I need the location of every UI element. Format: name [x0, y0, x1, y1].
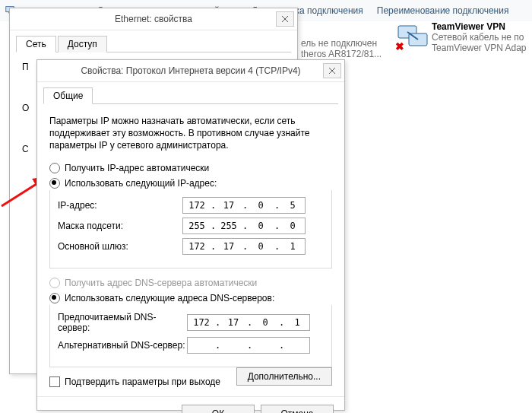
tab-access[interactable]: Доступ — [58, 36, 107, 52]
dns2-o4[interactable] — [283, 339, 311, 351]
dns2-o2[interactable] — [220, 339, 247, 351]
disconnected-x-icon: ✖ — [394, 41, 405, 52]
mask-o4[interactable] — [279, 220, 306, 232]
mask-o3[interactable] — [247, 220, 274, 232]
radio-manual-dns-label: Использовать следующие адреса DNS-сервер… — [65, 293, 274, 303]
gw-o3[interactable] — [247, 240, 274, 253]
tab-network[interactable]: Сеть — [16, 36, 56, 52]
ipv4-window-title: Свойства: Протокол Интернета версии 4 (T… — [81, 65, 300, 76]
input-gateway[interactable]: . . . — [182, 238, 306, 255]
ip-o1[interactable] — [183, 199, 211, 211]
radio-auto-ip-label: Получить IP-адрес автоматически — [65, 163, 209, 173]
input-ip[interactable]: . . . — [182, 197, 306, 214]
label-ip: IP-адрес: — [58, 200, 182, 211]
ipv4-description: Параметры IP можно назначать автоматичес… — [49, 115, 332, 152]
vpn-adapter-driver: TeamViewer VPN Adap — [432, 43, 532, 53]
ip-o4[interactable] — [279, 199, 306, 211]
label-gateway: Основной шлюз: — [58, 241, 182, 252]
radio-manual-dns[interactable] — [49, 293, 60, 303]
radio-manual-ip-label: Использовать следующий IP-адрес: — [65, 178, 217, 189]
ethernet-close-button[interactable] — [276, 11, 294, 27]
ethernet-body-fragment3: С — [22, 144, 29, 154]
radio-auto-dns — [49, 278, 60, 288]
checkbox-validate-on-exit[interactable] — [49, 376, 60, 387]
mask-o1[interactable] — [183, 220, 211, 232]
input-mask[interactable]: . . . — [182, 218, 306, 234]
bg-adapter-status: ель не подключен — [301, 38, 377, 49]
label-dns2: Альтернативный DNS-сервер: — [58, 340, 187, 351]
ip-o3[interactable] — [247, 199, 274, 211]
dns2-o1[interactable] — [188, 339, 215, 351]
checkbox-validate-label: Подтвердить параметры при выходе — [65, 376, 220, 387]
ipv4-close-button[interactable] — [323, 63, 341, 78]
radio-manual-ip[interactable] — [49, 178, 60, 189]
ethernet-body-fragment2: О — [22, 103, 29, 113]
mask-o2[interactable] — [215, 220, 242, 232]
gw-o1[interactable] — [183, 240, 211, 253]
gw-o2[interactable] — [215, 240, 242, 253]
ipv4-window-titlebar[interactable]: Свойства: Протокол Интернета версии 4 (T… — [37, 60, 344, 82]
label-mask: Маска подсети: — [58, 221, 182, 231]
input-dns2[interactable]: . . . — [187, 337, 310, 354]
ip-o2[interactable] — [215, 199, 242, 211]
dns2-o3[interactable] — [252, 339, 279, 351]
ipv4-tabs: Общие — [43, 87, 338, 104]
vpn-adapter-status: Сетевой кабель не по — [432, 32, 532, 43]
radio-auto-ip[interactable] — [49, 163, 60, 173]
dns1-o4[interactable] — [283, 316, 311, 329]
ethernet-tabs: Сеть Доступ — [16, 35, 291, 52]
dns1-o2[interactable] — [220, 316, 247, 329]
label-dns1: Предпочитаемый DNS-сервер: — [58, 312, 187, 333]
cancel-button[interactable]: Отмена — [261, 405, 334, 413]
ipv4-properties-window: Свойства: Протокол Интернета версии 4 (T… — [36, 59, 345, 411]
ip-group: IP-адрес: . . . Маска подсети: . . . О — [49, 190, 332, 268]
advanced-button[interactable]: Дополнительно... — [236, 367, 332, 386]
input-dns1[interactable]: . . . — [187, 314, 310, 331]
ethernet-window-titlebar[interactable]: Ethernet: свойства — [10, 8, 297, 30]
close-icon — [281, 15, 289, 23]
vpn-adapter-title[interactable]: TeamViewer VPN — [432, 21, 532, 32]
close-icon — [328, 67, 336, 75]
radio-auto-dns-label: Получить адрес DNS-сервера автоматически — [65, 278, 257, 288]
menu-rename[interactable]: Переименование подключения — [377, 5, 509, 16]
gw-o4[interactable] — [279, 240, 306, 253]
dialog-button-row: ОК Отмена — [37, 396, 344, 413]
tab-general[interactable]: Общие — [43, 87, 93, 104]
dns-group: Предпочитаемый DNS-сервер: . . . Альтерн… — [49, 305, 332, 367]
bg-adapter-driver: theros AR8172/81... — [301, 49, 382, 59]
ethernet-body-fragment: П — [22, 62, 29, 72]
ethernet-window-title: Ethernet: свойства — [115, 14, 192, 24]
ok-button[interactable]: ОК — [182, 405, 255, 413]
dns1-o1[interactable] — [188, 316, 215, 329]
dns1-o3[interactable] — [252, 316, 279, 329]
